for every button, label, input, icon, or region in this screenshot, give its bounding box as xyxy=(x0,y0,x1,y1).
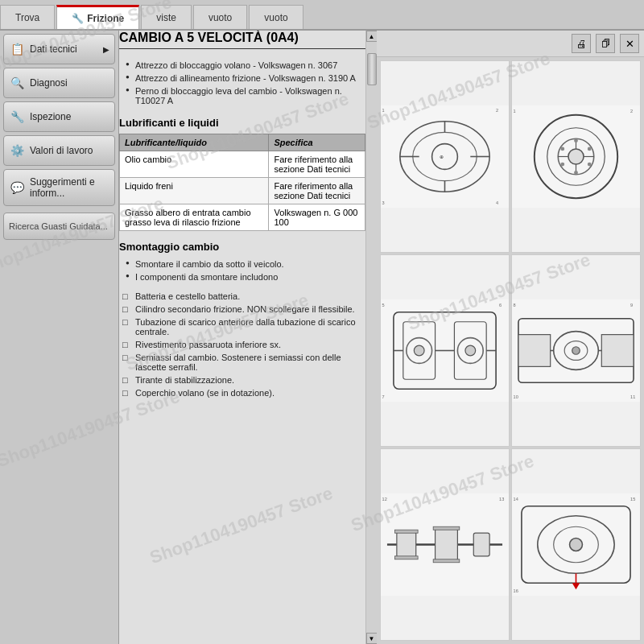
diagram-panel: 🖨 🗍 ✕ xyxy=(377,31,644,644)
sidebar-item-diagnosi-label: Diagnosi xyxy=(30,77,68,89)
valori-icon: ⚙️ xyxy=(9,142,25,159)
copy-icon: 🗍 xyxy=(601,39,610,48)
diagram-cell-4: 8 9 10 11 xyxy=(511,254,641,447)
attrezzi-list: Attrezzo di bloccaggio volano - Volkswag… xyxy=(119,59,365,107)
svg-text:12: 12 xyxy=(382,497,387,502)
content-area: CAMBIO A 5 VELOCITÀ (0A4) Attrezzo di bl… xyxy=(119,31,644,644)
svg-point-24 xyxy=(588,163,592,167)
svg-rect-63 xyxy=(394,556,418,559)
table-row: Olio cambio Fare riferimento alla sezion… xyxy=(120,151,365,178)
svg-point-26 xyxy=(560,163,564,167)
checkbox-list: Batteria e cestello batteria. Cilindro s… xyxy=(119,290,365,399)
svg-text:10: 10 xyxy=(514,394,518,399)
table-header-col2: Specifica xyxy=(269,134,365,151)
sidebar-item-diagnosi[interactable]: 🔍 Diagnosi xyxy=(3,68,115,98)
diagram-cell-2: 1 2 xyxy=(511,60,641,253)
table-cell: Grasso albero di entrata cambio grasso l… xyxy=(120,204,269,231)
diagram-svg-4: 8 9 10 11 xyxy=(512,255,640,446)
lubrificanti-title: Lubrificanti e liquidi xyxy=(119,117,365,129)
doc-scrollbar[interactable]: ▲ ▼ xyxy=(365,31,377,644)
close-icon: ✕ xyxy=(625,38,634,50)
sidebar-search-guasti[interactable]: Ricerca Guasti Guidata... xyxy=(3,213,115,240)
svg-rect-64 xyxy=(433,526,460,530)
dati-tecnici-icon: 📋 xyxy=(9,41,25,57)
table-cell: Liquido freni xyxy=(120,178,269,204)
svg-rect-59 xyxy=(397,532,416,558)
svg-point-22 xyxy=(574,138,578,142)
svg-rect-62 xyxy=(394,530,418,533)
copy-button[interactable]: 🗍 xyxy=(596,34,615,53)
diagram-svg-3: 5 6 7 xyxy=(381,255,509,446)
tab-viste-label: viste xyxy=(156,12,176,23)
print-button[interactable]: 🖨 xyxy=(572,34,591,53)
table-cell: Fare riferimento alla sezione Dati tecni… xyxy=(269,178,365,204)
svg-text:3: 3 xyxy=(382,200,385,205)
diagram-svg-2: 1 2 xyxy=(512,61,640,252)
smontaggio-list: Smontare il cambio da sotto il veicolo. … xyxy=(119,258,365,283)
tab-vuoto2-label: vuoto xyxy=(264,12,287,23)
svg-point-50 xyxy=(572,347,580,355)
sidebar-item-ispezione[interactable]: 🔧 Ispezione xyxy=(3,101,115,132)
svg-text:13: 13 xyxy=(499,497,504,502)
sidebar-item-dati-tecnici[interactable]: 📋 Dati tecnici ▶ xyxy=(3,34,115,64)
print-icon: 🖨 xyxy=(576,38,587,50)
list-item: Smontare il cambio da sotto il veicolo. xyxy=(126,258,365,270)
diagram-cell-3: 5 6 7 xyxy=(380,254,510,447)
svg-text:6: 6 xyxy=(499,303,502,308)
tab-trova-label: Trova xyxy=(15,12,39,23)
svg-text:8: 8 xyxy=(514,303,516,308)
tab-vuoto1[interactable]: vuoto xyxy=(193,5,247,29)
svg-rect-46 xyxy=(518,335,551,367)
svg-text:2: 2 xyxy=(630,109,633,114)
diagram-cell-6: 14 15 16 xyxy=(511,448,641,641)
lubrificanti-table: Lubrificante/liquido Specifica Olio camb… xyxy=(119,134,365,231)
table-cell: Olio cambio xyxy=(120,151,269,178)
dati-tecnici-arrow: ▶ xyxy=(103,45,109,54)
sidebar-item-ispezione-label: Ispezione xyxy=(30,111,71,122)
doc-panel[interactable]: CAMBIO A 5 VELOCITÀ (0A4) Attrezzo di bl… xyxy=(119,31,365,644)
svg-rect-65 xyxy=(433,559,460,563)
checkbox-item: Tirante di stabilizzazione. xyxy=(122,374,365,386)
checkbox-item: Coperchio volano (se in dotazione). xyxy=(122,386,365,399)
table-row: Liquido freni Fare riferimento alla sezi… xyxy=(120,178,365,204)
svg-point-72 xyxy=(570,539,583,551)
scroll-down-arrow[interactable]: ▼ xyxy=(366,633,378,644)
svg-point-23 xyxy=(588,147,592,151)
svg-text:15: 15 xyxy=(630,497,635,502)
svg-text:4: 4 xyxy=(496,200,498,205)
checkbox-item: Cilindro secondario frizione. NON scolle… xyxy=(122,303,365,316)
main-layout: 📋 Dati tecnici ▶ 🔍 Diagnosi 🔧 Ispezione … xyxy=(0,31,644,644)
svg-point-25 xyxy=(574,171,578,175)
tab-trova[interactable]: Trova xyxy=(0,5,55,29)
doc-title: CAMBIO A 5 VELOCITÀ (0A4) xyxy=(119,31,365,49)
close-button[interactable]: ✕ xyxy=(620,34,639,53)
tab-bar: Trova 🔧 Frizione viste vuoto vuoto xyxy=(0,0,644,31)
scroll-up-arrow[interactable]: ▲ xyxy=(366,31,378,42)
svg-text:5: 5 xyxy=(382,303,385,308)
diagram-cell-1: 1 2 3 4 ⊕ xyxy=(380,60,510,253)
svg-point-27 xyxy=(560,147,564,151)
sidebar-item-suggerimenti[interactable]: 💬 Suggerimenti e inform... xyxy=(3,169,115,206)
search-guasti-label: Ricerca Guasti Guidata... xyxy=(9,221,108,231)
svg-text:11: 11 xyxy=(630,394,635,399)
sidebar-item-valori[interactable]: ⚙️ Valori di lavoro xyxy=(3,135,115,166)
checkbox-item: Batteria e cestello batteria. xyxy=(122,290,365,303)
diagram-svg-6: 14 15 16 xyxy=(512,449,640,640)
tab-frizione[interactable]: 🔧 Frizione xyxy=(56,5,139,29)
diagram-toolbar: 🖨 🗍 ✕ xyxy=(377,31,644,57)
svg-text:14: 14 xyxy=(514,497,518,502)
tab-vuoto2[interactable]: vuoto xyxy=(249,5,303,29)
tab-frizione-label: Frizione xyxy=(87,13,124,24)
svg-text:16: 16 xyxy=(514,588,518,593)
table-header-col1: Lubrificante/liquido xyxy=(120,134,269,151)
tab-viste[interactable]: viste xyxy=(141,5,192,29)
scroll-thumb[interactable] xyxy=(367,53,377,85)
svg-text:1: 1 xyxy=(382,108,385,113)
svg-rect-47 xyxy=(601,335,634,367)
suggerimenti-icon: 💬 xyxy=(9,180,25,196)
list-item: I componenti da smontare includono xyxy=(126,270,365,283)
sidebar-item-dati-tecnici-label: Dati tecnici xyxy=(30,43,77,55)
content-split: CAMBIO A 5 VELOCITÀ (0A4) Attrezzo di bl… xyxy=(119,31,644,644)
diagnosi-icon: 🔍 xyxy=(9,75,25,91)
diagrams-grid: 1 2 3 4 ⊕ xyxy=(377,57,644,644)
